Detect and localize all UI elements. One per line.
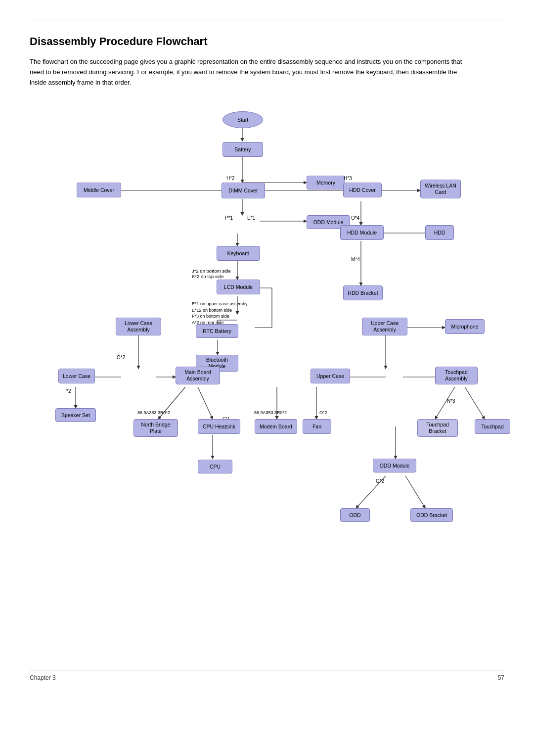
node-wireless-lan: Wireless LAN Card [420,180,461,198]
footer-chapter: Chapter 3 [30,674,56,681]
node-battery: Battery [222,142,263,157]
node-dimm-cover: DIMM Cover [222,183,265,198]
node-start: Start [222,111,263,128]
node-speaker-set: Speaker Set [55,408,96,422]
label-e1: E*1 [247,215,255,221]
label-o2: O*2 [117,355,125,360]
label-star2: *2 [66,388,71,394]
node-touchpad-assembly: Touchpad Assembly [435,367,478,384]
node-cpu: CPU [198,460,232,473]
flowchart: Start Battery H*2 Memory H*3 Middle Cove… [30,102,504,662]
intro-text: The flowchart on the succeeding page giv… [30,57,475,88]
node-lower-case: Lower Case [58,369,95,383]
node-modem-board: Modem Board [255,419,297,434]
node-microphone: Microphone [445,319,485,334]
label-n3: N*3 [447,398,455,404]
svg-line-35 [405,476,425,508]
node-touchpad-bracket: Touchpad Bracket [417,419,458,437]
label-e1-upper: E*1 on upper case assemby E*12 on bottom… [192,294,248,326]
node-touchpad: Touchpad [475,419,510,434]
label-p1: P*1 [225,215,233,221]
node-keyboard: Keyboard [217,246,260,261]
node-hdd: HDD [425,225,454,240]
node-main-board-assembly: Main Board Assembly [176,367,220,384]
label-o2-fan: O*2 [319,410,327,415]
node-upper-case-assembly: Upper Case Assembly [362,318,407,335]
label-m4: M*4 [351,257,360,262]
node-memory: Memory [307,176,345,189]
node-odd-module-bottom: ODD Module [373,459,416,472]
top-rule [30,20,504,20]
label-86-left: 86.9A353.3R0*2 [137,410,170,415]
node-fan: Fan [303,419,331,434]
node-upper-case: Upper Case [311,369,350,383]
node-hdd-bracket: HDD Bracket [343,285,383,300]
label-h2: H*2 [226,176,235,181]
node-north-bridge-plate: North Bridge Plate [134,419,178,437]
node-hdd-module: HDD Module [340,225,384,240]
node-odd-bracket: ODD Bracket [410,508,453,522]
node-lcd-module: LCD Module [217,280,260,294]
footer-page: 57 [498,674,504,681]
node-rtc-battery: RTC Battery [196,324,238,338]
label-j2-k2: J*2 on bottom side K*2 on top side [192,263,231,279]
label-h3: H*3 [344,176,352,181]
node-odd: ODD [340,508,370,522]
label-o4: O*4 [351,215,359,221]
node-lower-case-assembly: Lower Case Assembly [116,318,161,335]
page-title: Disassembly Procedure Flowchart [30,35,504,48]
page: Disassembly Procedure Flowchart The flow… [0,0,534,691]
footer: Chapter 3 57 [30,670,504,681]
svg-line-27 [198,387,213,419]
node-hdd-cover: HDD Cover [343,183,382,197]
node-cpu-heatsink: CPU Heatsink [198,419,240,434]
svg-line-31 [465,387,485,419]
node-middle-cover: Middle Cover [77,183,121,197]
label-g2: G*2 [376,478,384,484]
label-86-right: 86.9A353.3R0*2 [254,410,287,415]
